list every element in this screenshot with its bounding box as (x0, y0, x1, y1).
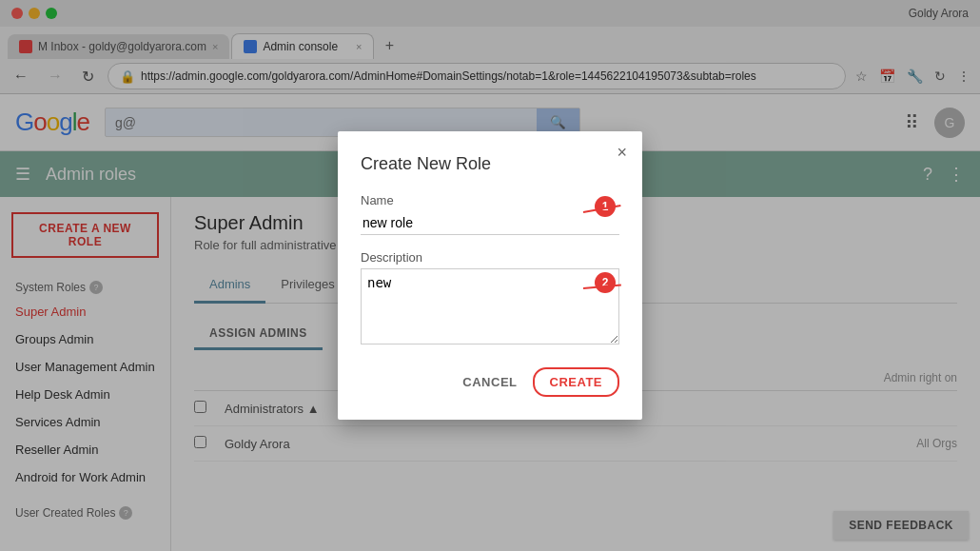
dialog-actions: CANCEL CREATE (361, 367, 619, 397)
dialog-close-button[interactable]: × (617, 143, 627, 163)
description-label: Description (361, 250, 619, 265)
create-role-dialog: Create New Role × Name Description new C… (338, 131, 642, 420)
description-textarea[interactable]: new (361, 268, 619, 344)
modal-overlay[interactable]: Create New Role × Name Description new C… (0, 0, 980, 551)
create-button[interactable]: CREATE (533, 367, 619, 397)
dialog-title: Create New Role (361, 154, 619, 174)
annotation-2: 2 (595, 272, 616, 293)
name-input[interactable] (361, 211, 619, 235)
name-label: Name (361, 193, 619, 207)
cancel-button[interactable]: CANCEL (462, 375, 517, 389)
